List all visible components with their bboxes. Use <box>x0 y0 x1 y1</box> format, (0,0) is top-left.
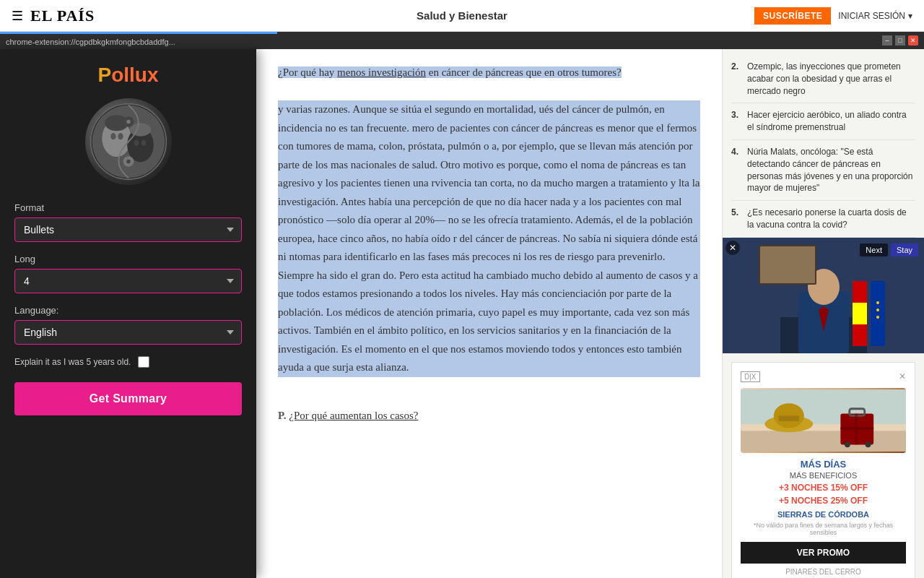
svg-point-13 <box>126 120 131 124</box>
menos-investigacion-link[interactable]: menos investigación <box>337 66 426 78</box>
ad-header: D|X ✕ <box>741 371 906 382</box>
section-title: Salud y Bienestar <box>417 9 507 22</box>
svg-rect-22 <box>853 303 867 324</box>
window-controls: – □ ✕ <box>882 35 918 46</box>
svg-rect-21 <box>853 281 867 303</box>
extension-bar: chrome-extension://cgpdbkgkmfongbcbdaddf… <box>0 32 924 49</box>
minimize-button[interactable]: – <box>882 35 892 46</box>
svg-point-25 <box>876 301 879 304</box>
language-label: Language: <box>14 305 242 316</box>
advertisement: D|X ✕ <box>731 362 915 578</box>
long-group: Long 1 2 3 4 5 6 <box>14 254 242 293</box>
list-item: 3. Hacer ejercicio aeróbico, un aliado c… <box>731 103 915 140</box>
svg-point-9 <box>141 140 145 146</box>
svg-point-26 <box>876 309 879 311</box>
ad-promo-1: +3 NOCHES 15% OFF <box>779 483 868 493</box>
list-item: 5. ¿Es necesario ponerse la cuarta dosis… <box>731 201 915 238</box>
question2-link[interactable]: ¿Por qué aumentan los casos? <box>289 410 418 421</box>
explain-label: Explain it as I was 5 years old. <box>14 357 131 367</box>
svg-rect-35 <box>778 415 799 421</box>
extension-url: chrome-extension://cgpdbkgkmfongbcbdaddf… <box>6 38 876 46</box>
nav-right: SUSCRÍBETE INICIAR SESIÓN ▾ <box>754 7 912 25</box>
ad-promo-2: +5 NOCHES 25% OFF <box>779 496 868 506</box>
article-content: ¿Por qué hay menos investigación en cánc… <box>256 49 722 578</box>
svg-rect-24 <box>871 281 885 346</box>
avatar <box>85 98 172 185</box>
ad-note: *No válido para fines de semana largos y… <box>741 522 906 536</box>
svg-point-6 <box>110 133 116 139</box>
top-nav: ☰ EL PAÍS Salud y Bienestar SUSCRÍBETE I… <box>0 0 924 32</box>
language-select[interactable]: English Spanish French German <box>14 320 242 345</box>
svg-rect-23 <box>853 324 867 346</box>
highlight-text: ¿Por qué hay menos investigación en cánc… <box>278 66 622 78</box>
article-question-1: ¿Por qué hay menos investigación en cánc… <box>278 64 700 82</box>
svg-point-8 <box>134 140 138 146</box>
stay-button[interactable]: Stay <box>891 243 918 256</box>
suscribete-button[interactable]: SUSCRÍBETE <box>754 7 831 25</box>
loading-progress <box>0 32 277 34</box>
svg-point-27 <box>876 316 879 319</box>
svg-point-40 <box>845 441 850 447</box>
iniciar-sesion-button[interactable]: INICIAR SESIÓN ▾ <box>838 11 912 21</box>
language-group: Language: English Spanish French German <box>14 305 242 345</box>
long-select[interactable]: 1 2 3 4 5 6 <box>14 269 242 293</box>
news-list: 2. Ozempic, las inyecciones que prometen… <box>723 49 924 238</box>
list-item: 2. Ozempic, las inyecciones que prometen… <box>731 55 915 103</box>
ad-subtitle: MÁS BENEFICIOS <box>741 471 906 480</box>
ad-logo: PINARES DEL CERRO <box>741 568 906 576</box>
format-select[interactable]: Bullets Paragraph Numbered <box>14 217 242 242</box>
chevron-down-icon: ▾ <box>908 11 912 21</box>
next-button[interactable]: Next <box>860 243 888 256</box>
ad-promo: +3 NOCHES 15% OFF +5 NOCHES 25% OFF <box>741 481 906 507</box>
video-close-button[interactable]: ✕ <box>725 241 740 255</box>
ad-promo-button[interactable]: VER PROMO <box>741 542 906 564</box>
site-logo: EL PAÍS <box>30 7 95 25</box>
list-item: 4. Núria Malats, oncóloga: "Se está dete… <box>731 140 915 201</box>
ad-close-icon[interactable]: ✕ <box>899 371 906 381</box>
svg-rect-32 <box>741 431 906 452</box>
video-overlay-buttons: Next Stay <box>860 243 918 256</box>
explain-checkbox[interactable] <box>138 356 149 368</box>
format-label: Format <box>14 202 242 213</box>
right-sidebar: 2. Ozempic, las inyecciones que prometen… <box>722 49 924 578</box>
video-thumbnail: Next Stay ✕ <box>723 238 924 353</box>
main-layout: Pollux <box>0 49 924 578</box>
maximize-button[interactable]: □ <box>895 35 905 46</box>
article-paragraph-1: y varias razones. Aunque se sitúa el seg… <box>278 100 700 377</box>
logo-p: P <box>97 64 111 86</box>
video-container: Next Stay ✕ <box>723 238 924 353</box>
logo-rest: ollux <box>111 64 158 86</box>
svg-rect-29 <box>760 246 815 283</box>
explain-checkbox-row: Explain it as I was 5 years old. <box>14 356 242 368</box>
svg-point-41 <box>866 441 871 447</box>
svg-rect-31 <box>741 389 906 424</box>
article-question-2: P. ¿Por qué aumentan los casos? <box>278 407 700 426</box>
format-group: Format Bullets Paragraph Numbered <box>14 202 242 242</box>
svg-rect-39 <box>855 413 858 444</box>
extension-popup: Pollux <box>0 49 256 578</box>
ad-title: MÁS DÍAS <box>741 459 906 470</box>
ad-badge: D|X <box>741 371 760 382</box>
ad-location: SIERRAS DE CÓRDOBA <box>741 510 906 519</box>
svg-point-7 <box>118 133 123 139</box>
ad-image <box>741 388 906 453</box>
pollux-logo: Pollux <box>97 64 158 87</box>
get-summary-button[interactable]: Get Summary <box>14 382 242 415</box>
svg-point-14 <box>126 160 131 164</box>
svg-point-34 <box>774 403 804 428</box>
svg-point-5 <box>129 123 150 136</box>
long-label: Long <box>14 254 242 264</box>
close-button[interactable]: ✕ <box>908 35 918 46</box>
hamburger-icon[interactable]: ☰ <box>12 8 23 24</box>
